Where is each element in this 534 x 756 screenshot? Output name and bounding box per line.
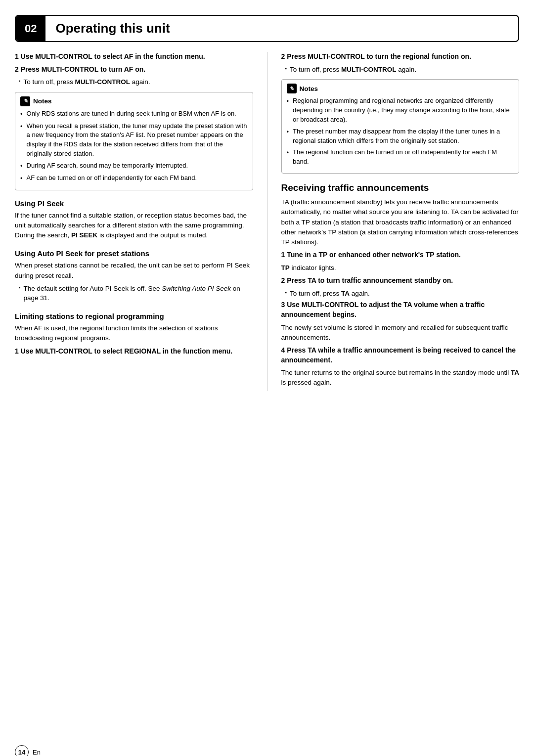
notes-list-right: Regional programming and regional networ… (287, 96, 514, 167)
page-number: 14 (15, 745, 29, 756)
notes-label-right: Notes (300, 85, 318, 92)
section-label: Section (15, 20, 33, 26)
note-item: AF can be turned on or off independently… (20, 174, 248, 183)
notes-icon-left: ✎ (20, 96, 30, 106)
section-header: 02 Operating this unit (15, 15, 519, 42)
footer: 14 En (15, 745, 41, 756)
step2-heading: 2 Press MULTI-CONTROL to turn AF on. (15, 65, 253, 75)
right-column: 2 Press MULTI-CONTROL to turn the region… (267, 52, 520, 391)
note-item: When you recall a preset station, the tu… (20, 122, 248, 159)
notes-label-left: Notes (33, 97, 52, 105)
notes-list-left: Only RDS stations are tuned in during se… (20, 109, 248, 183)
step2-bullet-text: To turn off, press MULTI-CONTROL again. (24, 77, 150, 87)
auto-pi-bullet-text: The default setting for Auto PI Seek is … (24, 284, 253, 303)
ta-step3-body: The newly set volume is stored in memory… (281, 323, 520, 343)
notes-header-right: ✎ Notes (287, 84, 514, 93)
main-content: 1 Use MULTI-CONTROL to select AF in the … (0, 42, 534, 401)
regional-step2-bullet: To turn off, press MULTI-CONTROL again. (285, 65, 520, 75)
auto-pi-body: When preset stations cannot be recalled,… (15, 261, 253, 281)
footer-language: En (33, 749, 41, 756)
notes-box-left: ✎ Notes Only RDS stations are tuned in d… (15, 92, 253, 190)
ta-step2-heading: 2 Press TA to turn traffic announcement … (281, 276, 520, 286)
ta-step2-bullet-text: To turn off, press TA again. (290, 289, 370, 299)
page: Section 02 Operating this unit 1 Use MUL… (0, 15, 534, 756)
ta-step2-bullet: To turn off, press TA again. (285, 289, 520, 299)
ta-step4-body: The tuner returns to the original source… (281, 368, 520, 388)
ta-step4-heading: 4 Press TA while a traffic announcement … (281, 346, 520, 365)
note-item: Only RDS stations are tuned in during se… (20, 109, 248, 119)
notes-icon-right: ✎ (287, 84, 297, 93)
note-item: The regional function can be turned on o… (287, 148, 514, 167)
note-item: Regional programming and regional networ… (287, 96, 514, 125)
auto-pi-title: Using Auto PI Seek for preset stations (15, 249, 253, 258)
receiving-title: Receiving traffic announcements (281, 182, 520, 193)
pi-seek-body: If the tuner cannot find a suitable stat… (15, 211, 253, 241)
pi-seek-title: Using PI Seek (15, 199, 253, 208)
limiting-body: When AF is used, the regional function l… (15, 323, 253, 344)
notes-box-right: ✎ Notes Regional programming and regiona… (281, 79, 520, 174)
notes-header-left: ✎ Notes (20, 96, 248, 106)
section-title: Operating this unit (45, 16, 179, 41)
note-item: During AF search, sound may be temporari… (20, 161, 248, 171)
ta-step3-heading: 3 Use MULTI-CONTROL to adjust the TA vol… (281, 300, 520, 319)
left-column: 1 Use MULTI-CONTROL to select AF in the … (15, 52, 267, 391)
step2-bullet: To turn off, press MULTI-CONTROL again. (19, 77, 253, 87)
note-item: The preset number may disappear from the… (287, 127, 514, 146)
tp-indicator: TP indicator lights. (281, 263, 520, 273)
receiving-body: TA (traffic announcement standby) lets y… (281, 197, 520, 247)
limiting-title: Limiting stations to regional programmin… (15, 312, 253, 320)
regional-step1-heading: 1 Use MULTI-CONTROL to select REGIONAL i… (15, 347, 253, 356)
auto-pi-bullet: The default setting for Auto PI Seek is … (19, 284, 253, 303)
ta-step1-heading: 1 Tune in a TP or enhanced other network… (281, 250, 520, 260)
regional-step2-bullet-text: To turn off, press MULTI-CONTROL again. (290, 65, 416, 75)
regional-step2-heading: 2 Press MULTI-CONTROL to turn the region… (281, 52, 520, 62)
step1-heading: 1 Use MULTI-CONTROL to select AF in the … (15, 52, 253, 62)
